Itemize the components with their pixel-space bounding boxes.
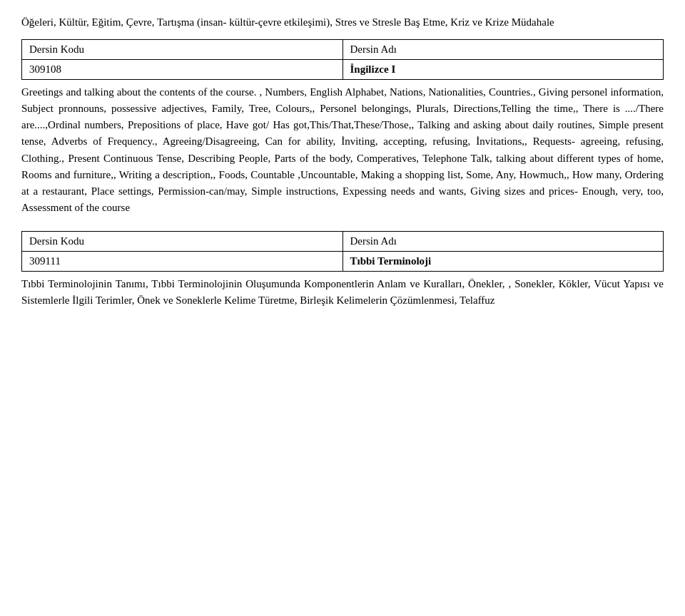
course-code-1: 309108 (22, 59, 343, 79)
course-name-label-2: Dersin Adı (342, 231, 664, 251)
course-name-2: Tıbbi Terminoloji (342, 251, 664, 271)
course-code-2: 309111 (22, 251, 343, 271)
course-description-1: Greetings and talking about the contents… (21, 84, 664, 217)
course-table-2: Dersin Kodu Dersin Adı 309111 Tıbbi Term… (21, 231, 664, 272)
course-code-label-1: Dersin Kodu (22, 39, 343, 59)
course-name-label-1: Dersin Adı (342, 39, 664, 59)
course-table-1: Dersin Kodu Dersin Adı 309108 İngilizce … (21, 39, 664, 80)
intro-text: Öğeleri, Kültür, Eğitim, Çevre, Tartışma… (21, 14, 664, 31)
course-name-1: İngilizce I (342, 59, 664, 79)
course-code-label-2: Dersin Kodu (22, 231, 343, 251)
course-description-2: Tıbbi Terminolojinin Tanımı, Tıbbi Termi… (21, 276, 664, 309)
